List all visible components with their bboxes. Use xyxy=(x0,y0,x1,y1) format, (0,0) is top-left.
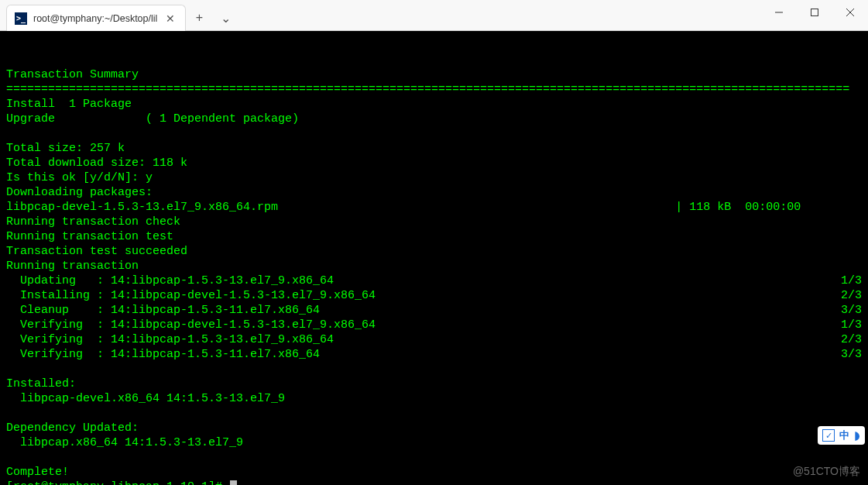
terminal-line: Transaction Summary xyxy=(6,67,862,82)
terminal-tab[interactable]: >_ root@tymphany:~/Desktop/lil ✕ xyxy=(6,5,186,31)
terminal-line: Verifying : 14:libpcap-1.5.3-13.el7_9.x8… xyxy=(6,332,862,347)
terminal-line: Downloading packages: xyxy=(6,185,862,200)
terminal-line: Verifying : 14:libpcap-devel-1.5.3-13.el… xyxy=(6,318,862,332)
terminal-line: Updating : 14:libpcap-1.5.3-13.el7_9.x86… xyxy=(6,273,862,288)
maximize-button[interactable] xyxy=(797,0,832,25)
terminal-line: Total download size: 118 k xyxy=(6,156,862,170)
terminal-line xyxy=(6,53,862,67)
terminal-line xyxy=(6,126,862,141)
terminal-line: Verifying : 14:libpcap-1.5.3-11.el7.x86_… xyxy=(6,347,862,362)
terminal-line: Installing : 14:libpcap-devel-1.5.3-13.e… xyxy=(6,288,862,303)
tab-close-button[interactable]: ✕ xyxy=(163,12,177,26)
terminal-line: Total size: 257 k xyxy=(6,141,862,156)
terminal-line: Upgrade ( 1 Dependent package) xyxy=(6,112,862,126)
ime-check-icon[interactable]: ✓ xyxy=(822,429,835,442)
terminal-line: libpcap.x86_64 14:1.5.3-13.el7_9 xyxy=(6,435,862,450)
terminal-line: Running transaction xyxy=(6,259,862,273)
powershell-icon: >_ xyxy=(15,12,27,25)
terminal-line: Cleanup : 14:libpcap-1.5.3-11.el7.x86_64… xyxy=(6,303,862,318)
terminal-line xyxy=(6,362,862,377)
tab-dropdown-button[interactable]: ⌄ xyxy=(212,5,238,31)
terminal-line: Running transaction check xyxy=(6,215,862,229)
minimize-button[interactable] xyxy=(761,0,797,25)
terminal-line: ========================================… xyxy=(6,82,862,97)
new-tab-button[interactable]: + xyxy=(186,5,212,31)
terminal-line: Install 1 Package xyxy=(6,97,862,112)
terminal-line: Running transaction test xyxy=(6,229,862,244)
terminal-line: Installed: xyxy=(6,377,862,391)
svg-rect-1 xyxy=(811,9,818,16)
close-window-button[interactable] xyxy=(832,0,868,25)
watermark-text: @51CTO博客 xyxy=(793,465,860,479)
cursor-icon xyxy=(230,480,237,485)
terminal-line: libpcap-devel-1.5.3-13.el7_9.x86_64.rpm … xyxy=(6,200,862,215)
tab-title: root@tymphany:~/Desktop/lil xyxy=(33,13,157,24)
terminal-line xyxy=(6,450,862,465)
terminal-prompt[interactable]: [root@tymphany libpcap-1.10.1]# xyxy=(6,480,862,485)
terminal-line: libpcap-devel.x86_64 14:1.5.3-13.el7_9 xyxy=(6,391,862,406)
ime-toolbar[interactable]: ✓ 中 ◗ xyxy=(818,426,865,445)
ime-mode-icon[interactable]: ◗ xyxy=(854,428,860,442)
window-titlebar: >_ root@tymphany:~/Desktop/lil ✕ + ⌄ xyxy=(0,0,868,31)
terminal-line xyxy=(6,406,862,421)
terminal-line: Complete! xyxy=(6,465,862,480)
window-controls xyxy=(761,0,868,25)
terminal-line: Is this ok [y/d/N]: y xyxy=(6,170,862,185)
terminal-output[interactable]: Transaction Summary=====================… xyxy=(0,31,868,485)
ime-language-button[interactable]: 中 xyxy=(839,428,849,442)
terminal-line: Dependency Updated: xyxy=(6,421,862,435)
terminal-line: Transaction test succeeded xyxy=(6,244,862,259)
